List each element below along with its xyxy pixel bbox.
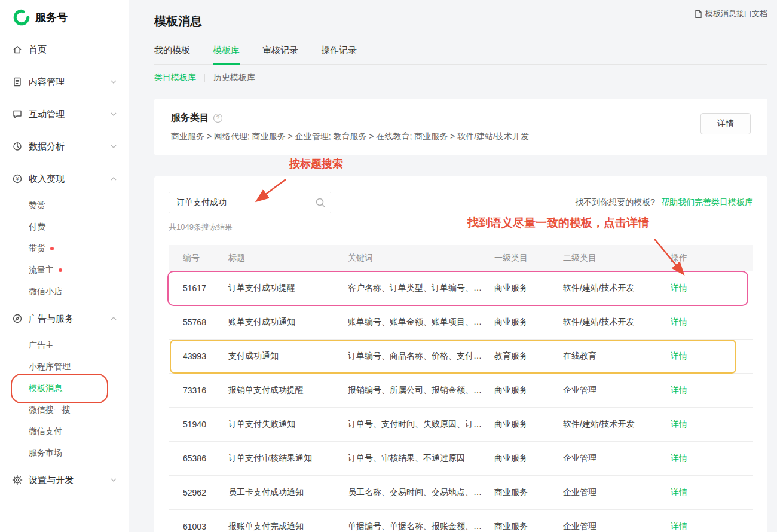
sidebar-item-content-management[interactable]: 内容管理 bbox=[0, 66, 129, 98]
chat-bubble-icon bbox=[12, 109, 23, 120]
cell-keywords: 订单号、审核结果、不通过原因 bbox=[348, 453, 494, 464]
sidebar-item-label: 付费 bbox=[29, 222, 45, 233]
cell-category1: 商业服务 bbox=[494, 317, 563, 328]
sidebar: 服务号 首页 内容管理 互动管理 数据分析 bbox=[0, 0, 129, 532]
header-category2: 二级类目 bbox=[563, 253, 671, 264]
sidebar-item-wechat-pay[interactable]: 微信支付 bbox=[0, 421, 129, 442]
table-header-row: 编号 标题 关键词 一级类目 二级类目 操作 bbox=[169, 245, 753, 271]
red-dot bbox=[50, 247, 54, 250]
detail-link[interactable]: 详情 bbox=[671, 521, 687, 531]
pie-chart-icon bbox=[12, 141, 23, 152]
table-row: 65386 订单支付审核结果通知 订单号、审核结果、不通过原因 商业服务 企业管… bbox=[169, 442, 753, 476]
gear-icon bbox=[12, 475, 23, 485]
sidebar-item-wechat-search[interactable]: 微信搜一搜 bbox=[0, 399, 129, 421]
brand: 服务号 bbox=[0, 0, 129, 31]
cell-title: 报账单支付完成通知 bbox=[228, 521, 348, 532]
detail-link[interactable]: 详情 bbox=[671, 385, 687, 395]
sidebar-item-service-market[interactable]: 服务市场 bbox=[0, 442, 129, 464]
detail-link[interactable]: 详情 bbox=[671, 453, 687, 463]
sidebar-item-commerce[interactable]: 带货 bbox=[0, 238, 129, 259]
category-detail-button[interactable]: 详情 bbox=[700, 113, 751, 134]
tab-template-library[interactable]: 模板库 bbox=[213, 45, 240, 64]
sidebar-item-advertiser[interactable]: 广告主 bbox=[0, 335, 129, 356]
template-help-text: 找不到你想要的模板? bbox=[575, 197, 655, 207]
sidebar-nav: 首页 内容管理 互动管理 数据分析 ¥ bbox=[0, 33, 129, 496]
cell-keywords: 单据编号、单据名称、报账金额、报... bbox=[348, 521, 494, 532]
cell-category2: 企业管理 bbox=[563, 453, 671, 464]
cell-keywords: 订单号、支付时间、失败原因、订单... bbox=[348, 419, 494, 430]
cell-title: 订单支付成功提醒 bbox=[228, 283, 348, 293]
subtab-category-library[interactable]: 类目模板库 bbox=[154, 72, 196, 83]
sidebar-item-home[interactable]: 首页 bbox=[0, 33, 129, 66]
page-title: 模板消息 bbox=[154, 13, 767, 29]
sidebar-item-label: 广告与服务 bbox=[29, 313, 74, 325]
sidebar-item-paid[interactable]: 付费 bbox=[0, 216, 129, 238]
cell-category1: 商业服务 bbox=[494, 453, 563, 464]
sidebar-item-label: 微信小店 bbox=[29, 286, 62, 297]
header-id: 编号 bbox=[169, 253, 228, 264]
sidebar-item-ads-services[interactable]: 广告与服务 bbox=[0, 302, 129, 335]
detail-link[interactable]: 详情 bbox=[671, 487, 687, 497]
document-list-icon bbox=[12, 77, 23, 87]
search-box bbox=[169, 192, 331, 213]
currency-circle-icon: ¥ bbox=[12, 173, 23, 184]
chevron-down-icon bbox=[111, 478, 117, 482]
detail-link[interactable]: 详情 bbox=[671, 283, 687, 292]
sidebar-item-template-message[interactable]: 模板消息 bbox=[0, 378, 129, 399]
cell-id: 43993 bbox=[169, 351, 228, 361]
cell-category1: 教育服务 bbox=[494, 351, 563, 362]
sidebar-item-label: 收入变现 bbox=[29, 173, 65, 185]
sidebar-item-label: 流量主 bbox=[29, 265, 54, 276]
tab-operation-records[interactable]: 操作记录 bbox=[321, 45, 357, 64]
cell-title: 员工卡支付成功通知 bbox=[228, 487, 348, 498]
cell-category2: 企业管理 bbox=[563, 487, 671, 498]
main-content: 模板消息 模板消息接口文档 我的模板 模板库 审核记录 操作记录 类目模板库 历… bbox=[129, 0, 777, 532]
service-category-card: 服务类目 ? 商业服务 > 网络代理; 商业服务 > 企业管理; 教育服务 > … bbox=[154, 99, 767, 155]
sidebar-item-reward[interactable]: 赞赏 bbox=[0, 195, 129, 216]
tab-bar: 我的模板 模板库 审核记录 操作记录 bbox=[154, 45, 767, 65]
cell-category1: 商业服务 bbox=[494, 283, 563, 293]
sidebar-item-wechat-store[interactable]: 微信小店 bbox=[0, 281, 129, 302]
tab-review-records[interactable]: 审核记录 bbox=[262, 45, 298, 64]
sidebar-item-miniprogram[interactable]: 小程序管理 bbox=[0, 356, 129, 378]
sidebar-item-settings-dev[interactable]: 设置与开发 bbox=[0, 464, 129, 496]
header-title: 标题 bbox=[228, 253, 348, 264]
sidebar-item-data-analysis[interactable]: 数据分析 bbox=[0, 130, 129, 163]
document-icon bbox=[695, 10, 702, 19]
sidebar-item-interaction-management[interactable]: 互动管理 bbox=[0, 98, 129, 130]
subtab-history-library[interactable]: 历史模板库 bbox=[213, 72, 255, 83]
red-dot bbox=[59, 268, 62, 272]
sidebar-item-monetization[interactable]: ¥ 收入变现 bbox=[0, 163, 129, 195]
question-circle-icon[interactable]: ? bbox=[213, 114, 222, 123]
sidebar-item-label: 微信支付 bbox=[29, 426, 62, 437]
table-row: 51940 订单支付失败通知 订单号、支付时间、失败原因、订单... 商业服务 … bbox=[169, 408, 753, 442]
api-doc-link[interactable]: 模板消息接口文档 bbox=[695, 8, 767, 19]
cell-category1: 商业服务 bbox=[494, 419, 563, 430]
category-card-title: 服务类目 bbox=[171, 112, 209, 124]
search-input[interactable] bbox=[169, 192, 331, 213]
improve-library-link[interactable]: 帮助我们完善类目模板库 bbox=[661, 197, 753, 207]
category-title-row: 服务类目 ? bbox=[171, 112, 751, 124]
sidebar-item-label: 赞赏 bbox=[29, 200, 45, 211]
sidebar-item-label: 广告主 bbox=[29, 340, 54, 351]
category-path: 商业服务 > 网络代理; 商业服务 > 企业管理; 教育服务 > 在线教育; 商… bbox=[171, 132, 751, 142]
header-category1: 一级类目 bbox=[494, 253, 563, 264]
detail-link[interactable]: 详情 bbox=[671, 419, 687, 429]
search-icon[interactable] bbox=[315, 197, 326, 210]
tab-my-templates[interactable]: 我的模板 bbox=[154, 45, 190, 64]
table-row: 61003 报账单支付完成通知 单据编号、单据名称、报账金额、报... 商业服务… bbox=[169, 510, 753, 532]
search-result-count: 共1049条搜索结果 bbox=[169, 222, 753, 233]
cell-category1: 商业服务 bbox=[494, 385, 563, 396]
template-help-row: 找不到你想要的模板? 帮助我们完善类目模板库 bbox=[575, 197, 753, 208]
header-keywords: 关键词 bbox=[348, 253, 494, 264]
sidebar-item-traffic[interactable]: 流量主 bbox=[0, 259, 129, 281]
api-doc-link-label: 模板消息接口文档 bbox=[705, 8, 767, 19]
detail-link[interactable]: 详情 bbox=[671, 351, 687, 360]
sidebar-item-label: 小程序管理 bbox=[29, 362, 71, 372]
cell-category2: 在线教育 bbox=[563, 351, 671, 362]
page-header: 模板消息 模板消息接口文档 bbox=[154, 0, 767, 29]
table-row: 55768 账单支付成功通知 账单编号、账单金额、账单项目、支... 商业服务 … bbox=[169, 305, 753, 340]
brand-logo-icon bbox=[13, 9, 30, 26]
sidebar-item-label: 首页 bbox=[29, 44, 47, 56]
detail-link[interactable]: 详情 bbox=[671, 317, 687, 326]
